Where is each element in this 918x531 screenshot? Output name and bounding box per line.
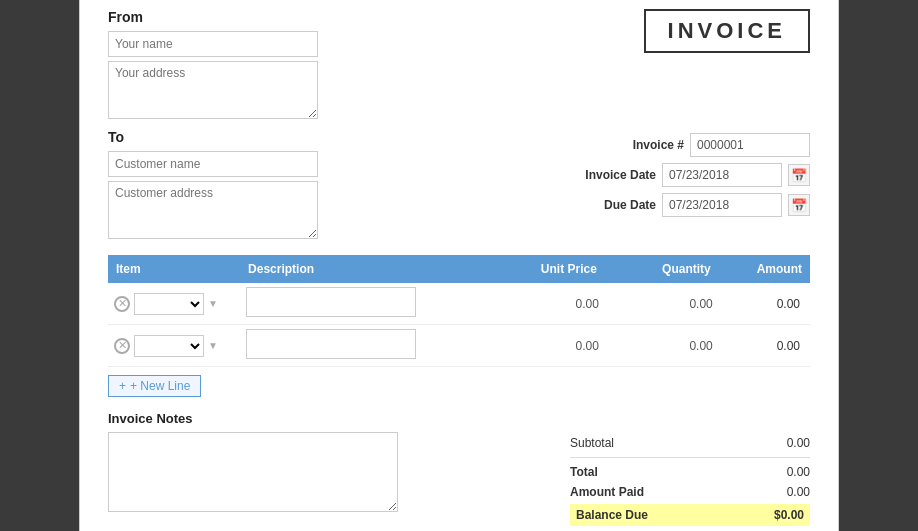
to-left: To <box>108 129 576 239</box>
amount-paid-value: 0.00 <box>787 485 810 499</box>
bottom-section: Invoice Notes Subtotal 0.00 Total 0.00 A… <box>108 411 810 526</box>
total-value: 0.00 <box>787 465 810 479</box>
unit-price-cell-0: 0.00 <box>468 283 605 325</box>
row-icon-cell: ✕ ▼ <box>108 325 240 367</box>
items-section: Item Description Unit Price Quantity Amo… <box>108 255 810 397</box>
page-container: From INVOICE To Invoice # Invoice Date <box>0 0 918 531</box>
due-date-input[interactable] <box>662 193 782 217</box>
invoice-date-row: Invoice Date 📅 <box>576 163 810 187</box>
from-label: From <box>108 9 644 25</box>
item-select-0[interactable] <box>134 293 204 315</box>
to-address-textarea[interactable] <box>108 181 318 239</box>
table-row: ✕ ▼ 0.00 0.00 0.00 <box>108 283 810 325</box>
description-textarea-0[interactable] <box>246 287 416 317</box>
select-arrow-0: ▼ <box>208 298 218 309</box>
to-right: Invoice # Invoice Date 📅 Due Date 📅 <box>576 133 810 239</box>
notes-textarea[interactable] <box>108 432 398 512</box>
subtotal-row: Subtotal 0.00 <box>570 433 810 453</box>
remove-row-icon[interactable]: ✕ <box>114 338 130 354</box>
table-row: ✕ ▼ 0.00 0.00 0.00 <box>108 325 810 367</box>
invoice-card: From INVOICE To Invoice # Invoice Date <box>79 0 839 531</box>
unit-price-cell-1: 0.00 <box>468 325 605 367</box>
items-table: Item Description Unit Price Quantity Amo… <box>108 255 810 367</box>
due-date-row: Due Date 📅 <box>576 193 810 217</box>
from-address-textarea[interactable] <box>108 61 318 119</box>
balance-due-value: $0.00 <box>774 508 804 522</box>
notes-area: Invoice Notes <box>108 411 570 515</box>
item-select-1[interactable] <box>134 335 204 357</box>
description-cell-0 <box>240 283 468 325</box>
balance-due-row: Balance Due $0.00 <box>570 504 810 526</box>
to-section: To Invoice # Invoice Date 📅 Due Date 📅 <box>108 129 810 239</box>
amount-cell-0: 0.00 <box>719 283 810 325</box>
new-line-button[interactable]: + + New Line <box>108 375 201 397</box>
to-label: To <box>108 129 576 145</box>
from-name-input[interactable] <box>108 31 318 57</box>
th-unit-price: Unit Price <box>468 255 605 283</box>
description-textarea-1[interactable] <box>246 329 416 359</box>
to-name-input[interactable] <box>108 151 318 177</box>
invoice-date-input[interactable] <box>662 163 782 187</box>
subtotal-label: Subtotal <box>570 436 614 450</box>
invoice-date-label: Invoice Date <box>576 168 656 182</box>
due-date-label: Due Date <box>576 198 656 212</box>
amount-paid-row: Amount Paid 0.00 <box>570 482 810 502</box>
invoice-num-input[interactable] <box>690 133 810 157</box>
th-quantity: Quantity <box>605 255 719 283</box>
plus-icon: + <box>119 379 126 393</box>
row-icon-cell: ✕ ▼ <box>108 283 240 325</box>
total-label: Total <box>570 465 598 479</box>
th-item: Item <box>108 255 240 283</box>
invoice-title-box: INVOICE <box>644 9 810 53</box>
balance-due-label: Balance Due <box>576 508 648 522</box>
quantity-cell-1: 0.00 <box>605 325 719 367</box>
invoice-date-calendar-icon[interactable]: 📅 <box>788 164 810 186</box>
th-amount: Amount <box>719 255 810 283</box>
new-line-label: + New Line <box>130 379 190 393</box>
th-description: Description <box>240 255 468 283</box>
remove-row-icon[interactable]: ✕ <box>114 296 130 312</box>
invoice-num-row: Invoice # <box>576 133 810 157</box>
amount-paid-label: Amount Paid <box>570 485 644 499</box>
select-arrow-1: ▼ <box>208 340 218 351</box>
subtotal-value: 0.00 <box>787 436 810 450</box>
notes-label: Invoice Notes <box>108 411 570 426</box>
total-row: Total 0.00 <box>570 462 810 482</box>
items-tbody: ✕ ▼ 0.00 0.00 0.00 ✕ ▼ <box>108 283 810 367</box>
due-date-calendar-icon[interactable]: 📅 <box>788 194 810 216</box>
description-cell-1 <box>240 325 468 367</box>
amount-cell-1: 0.00 <box>719 325 810 367</box>
totals-section: Subtotal 0.00 Total 0.00 Amount Paid 0.0… <box>570 433 810 526</box>
quantity-cell-0: 0.00 <box>605 283 719 325</box>
invoice-num-label: Invoice # <box>604 138 684 152</box>
header-row: From INVOICE <box>108 9 810 119</box>
from-section: From <box>108 9 644 119</box>
table-header-row: Item Description Unit Price Quantity Amo… <box>108 255 810 283</box>
